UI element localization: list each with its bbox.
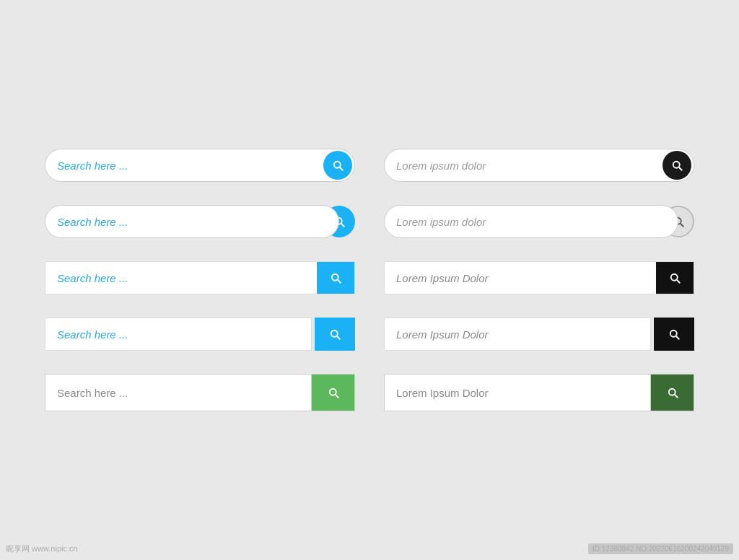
search-input-2-right[interactable] [385, 206, 678, 237]
search-icon-3-right [668, 271, 681, 284]
search-icon-1-right [670, 159, 683, 172]
search-input-5-left[interactable] [45, 375, 311, 411]
search-button-5-right[interactable] [650, 375, 694, 411]
rect-search-3-left [45, 261, 355, 294]
search-input-2-left[interactable] [45, 206, 338, 237]
row-4 [45, 318, 694, 351]
pill-search-2-left [45, 205, 339, 238]
search-button-5-left[interactable] [311, 375, 354, 411]
search-wrapper-3-left [45, 261, 355, 294]
search-input-4-left[interactable] [45, 318, 312, 351]
search-button-1-right[interactable] [663, 151, 691, 180]
search-wrapper-5-left [45, 374, 355, 411]
search-input-1-left[interactable] [45, 149, 323, 181]
search-input-1-right[interactable] [385, 149, 663, 181]
search-wrapper-1-left [45, 149, 355, 182]
search-icon-3-left [329, 271, 342, 284]
main-container [45, 149, 694, 411]
search-button-1-left[interactable] [323, 151, 352, 180]
search-wrapper-4-left [45, 318, 355, 351]
search-icon-1-left [331, 159, 344, 172]
search-wrapper-1-right [384, 149, 694, 182]
search-button-4-right[interactable] [654, 318, 694, 351]
row-2 [45, 205, 694, 238]
split-search-4-right [384, 318, 694, 351]
search-button-3-right[interactable] [656, 262, 694, 294]
search-input-3-left[interactable] [45, 262, 317, 294]
search-button-4-left[interactable] [315, 318, 355, 351]
search-input-5-right[interactable] [385, 375, 650, 411]
bordered-search-5-right [384, 374, 694, 411]
search-icon-5-left [327, 386, 340, 399]
row-5 [45, 374, 694, 411]
search-icon-5-right [666, 386, 679, 399]
search-wrapper-3-right [384, 261, 694, 294]
row-1 [45, 149, 694, 182]
search-wrapper-2-right [384, 205, 694, 238]
row-3 [45, 261, 694, 294]
search-wrapper-5-right [384, 374, 694, 411]
pill-search-1-left [45, 149, 355, 182]
search-wrapper-4-right [384, 318, 694, 351]
search-input-4-right[interactable] [384, 318, 651, 351]
pill-search-2-right [384, 205, 678, 238]
search-button-3-left[interactable] [317, 262, 354, 294]
bordered-search-5-left [45, 374, 355, 411]
search-icon-4-right [668, 328, 681, 341]
search-icon-4-left [328, 328, 341, 341]
watermark-right: ID:12380842 NO:20220616200242049129 [588, 543, 733, 554]
search-wrapper-2-left [45, 205, 355, 238]
split-search-4-left [45, 318, 355, 351]
pill-search-1-right [384, 149, 694, 182]
search-input-3-right[interactable] [385, 262, 656, 294]
watermark-left: 昵享网 www.nipic.cn [6, 543, 78, 554]
rect-search-3-right [384, 261, 694, 294]
